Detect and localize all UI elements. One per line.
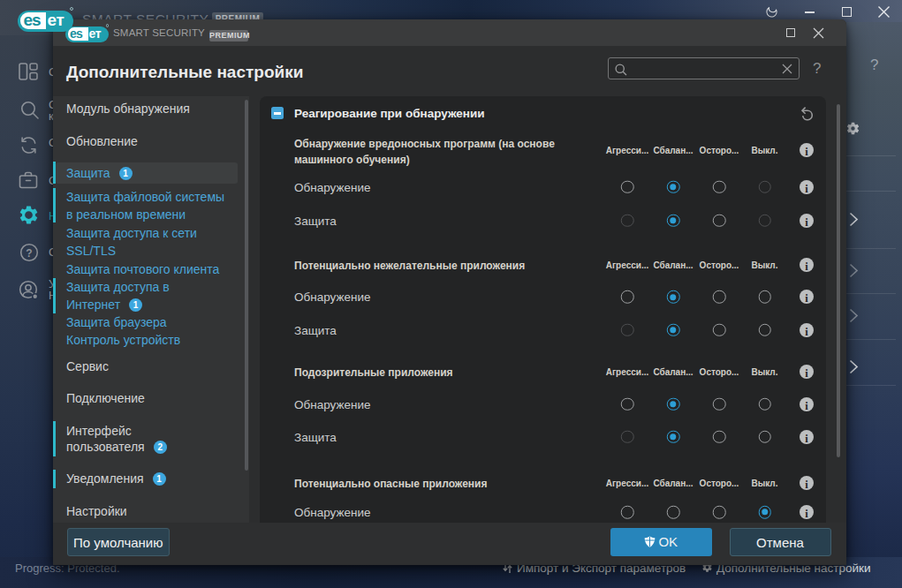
svg-text:?: ? bbox=[26, 247, 32, 260]
